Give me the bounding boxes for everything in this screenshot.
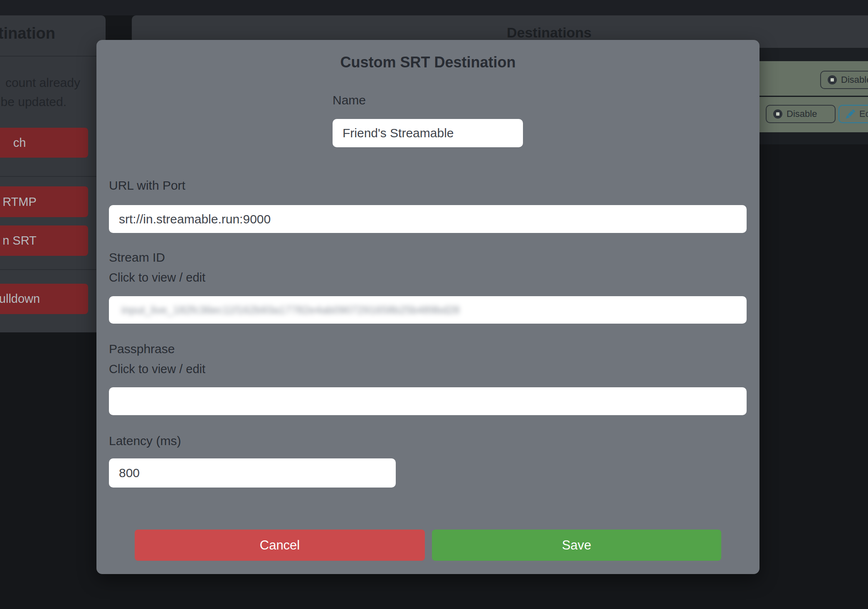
- divider: [0, 269, 106, 270]
- account-notice-line2: be updated.: [1, 96, 67, 108]
- passphrase-view-edit-hint[interactable]: Click to view / edit: [109, 363, 205, 375]
- add-destination-card: tination count already be updated. ch RT…: [0, 15, 106, 332]
- custom-srt-destination-modal: Custom SRT Destination Name URL with Por…: [96, 40, 760, 574]
- pulldown-button[interactable]: ulldown: [0, 284, 88, 314]
- url-input[interactable]: [109, 205, 747, 233]
- pencil-icon: [846, 109, 855, 119]
- passphrase-input[interactable]: [109, 387, 747, 415]
- add-destination-card-title: tination: [0, 25, 55, 41]
- latency-label: Latency (ms): [109, 435, 181, 447]
- disable-destination-button[interactable]: Disable: [766, 105, 836, 123]
- stream-id-input[interactable]: input_live_182fc36ec11f162b93a17782e4ab0…: [109, 296, 747, 324]
- cancel-button[interactable]: Cancel: [135, 530, 425, 561]
- stream-id-label: Stream ID: [109, 251, 165, 264]
- name-input[interactable]: [333, 119, 523, 147]
- destinations-title: Destinations: [507, 25, 592, 40]
- edit-destination-button[interactable]: Edit: [838, 105, 868, 123]
- url-label: URL with Port: [109, 179, 185, 192]
- disable-label: Disable: [787, 109, 817, 119]
- stop-circle-icon: [773, 109, 782, 119]
- modal-title: Custom SRT Destination: [96, 54, 760, 71]
- stream-id-masked-value: input_live_182fc36ec11f162b93a17782e4ab0…: [109, 304, 460, 315]
- account-notice-line1: count already: [5, 77, 80, 89]
- name-label: Name: [333, 94, 366, 106]
- disable-label: Disable: [841, 74, 868, 85]
- divider: [0, 176, 106, 177]
- divider: [0, 56, 106, 57]
- twitch-destination-button[interactable]: ch: [0, 128, 88, 158]
- custom-srt-button[interactable]: n SRT: [0, 225, 88, 256]
- save-button[interactable]: Save: [432, 530, 721, 561]
- stream-id-view-edit-hint[interactable]: Click to view / edit: [109, 272, 205, 284]
- stop-circle-icon: [828, 75, 837, 84]
- latency-input[interactable]: [109, 458, 396, 488]
- custom-rtmp-button[interactable]: RTMP: [0, 186, 88, 217]
- top-strip: [0, 0, 868, 15]
- edit-label: Edit: [859, 109, 868, 119]
- disable-destination-button[interactable]: Disable: [820, 71, 868, 89]
- passphrase-label: Passphrase: [109, 343, 175, 355]
